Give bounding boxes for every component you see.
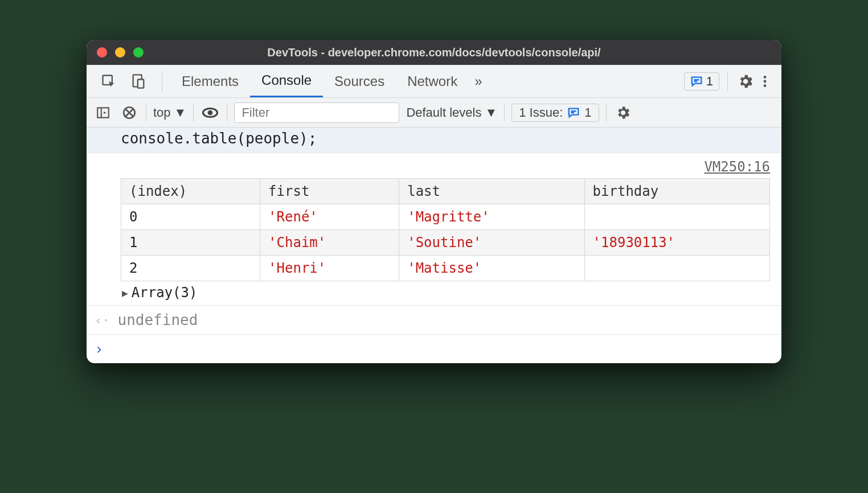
cell-index: 0 xyxy=(121,204,260,230)
divider xyxy=(504,104,505,122)
col-first[interactable]: first xyxy=(260,179,399,204)
svg-point-3 xyxy=(764,76,767,79)
console-table: (index) first last birthday 0 'René' 'Ma… xyxy=(121,178,770,281)
issues-badge[interactable]: 1 Issue: 1 xyxy=(511,104,599,122)
svg-rect-6 xyxy=(97,108,109,117)
levels-label: Default levels xyxy=(406,105,481,120)
svg-point-4 xyxy=(764,80,767,83)
device-toolbar-icon[interactable] xyxy=(129,72,148,91)
tab-network[interactable]: Network xyxy=(396,65,469,97)
table-header-row: (index) first last birthday xyxy=(121,179,770,204)
zoom-window-button[interactable] xyxy=(133,47,144,57)
issues-count: 1 xyxy=(584,105,591,120)
sidebar-toggle-icon[interactable] xyxy=(93,103,113,122)
minimize-window-button[interactable] xyxy=(115,47,125,57)
cell-birthday xyxy=(584,204,769,230)
tab-elements[interactable]: Elements xyxy=(170,65,250,97)
execution-context-selector[interactable]: top ▼ xyxy=(153,105,186,120)
console-return-row: ‹· undefined xyxy=(87,306,781,335)
messages-count: 1 xyxy=(706,74,713,89)
issues-label: 1 Issue: xyxy=(519,105,563,120)
live-expression-icon[interactable] xyxy=(200,103,220,122)
return-value: undefined xyxy=(118,311,198,328)
clear-console-icon[interactable] xyxy=(120,103,139,122)
kebab-menu-icon[interactable] xyxy=(755,72,775,91)
cell-index: 1 xyxy=(121,230,260,256)
close-window-button[interactable] xyxy=(97,47,107,57)
return-arrow-icon: ‹· xyxy=(95,313,110,327)
console-output: VM250:16 (index) first last birthday 0 '… xyxy=(87,153,781,306)
cell-last: 'Matisse' xyxy=(399,256,584,281)
cell-birthday xyxy=(584,256,769,281)
table-row: 0 'René' 'Magritte' xyxy=(121,204,770,230)
console-settings-icon[interactable] xyxy=(613,103,633,122)
col-index[interactable]: (index) xyxy=(121,179,260,204)
console-input-echo: console.table(people); xyxy=(87,128,781,153)
cell-first: 'Henri' xyxy=(260,256,399,281)
traffic-lights xyxy=(97,47,144,57)
console-prompt[interactable]: › xyxy=(87,335,781,363)
chevron-down-icon: ▼ xyxy=(485,105,497,120)
window-titlebar: DevTools - developer.chrome.com/docs/dev… xyxy=(87,40,781,65)
cell-last: 'Magritte' xyxy=(399,204,584,230)
prompt-chevron-icon: › xyxy=(95,340,104,358)
cell-index: 2 xyxy=(121,256,260,281)
triangle-right-icon: ▶ xyxy=(122,287,128,299)
table-row: 1 'Chaim' 'Soutine' '18930113' xyxy=(121,230,770,256)
svg-point-9 xyxy=(208,110,213,115)
divider xyxy=(227,104,227,122)
col-last[interactable]: last xyxy=(399,179,584,204)
cell-first: 'René' xyxy=(260,204,399,230)
tab-sources[interactable]: Sources xyxy=(323,65,396,97)
svg-rect-2 xyxy=(138,79,144,88)
array-expander[interactable]: ▶ Array(3) xyxy=(121,281,770,302)
divider xyxy=(146,104,146,122)
divider xyxy=(727,71,728,92)
inspect-element-icon[interactable] xyxy=(99,72,118,91)
console-toolbar: top ▼ Filter Default levels ▼ 1 Issue: 1 xyxy=(87,98,781,128)
cell-last: 'Soutine' xyxy=(399,230,584,256)
message-icon xyxy=(567,106,580,119)
filter-placeholder: Filter xyxy=(241,105,269,120)
divider xyxy=(162,71,162,92)
table-row: 2 'Henri' 'Matisse' xyxy=(121,256,770,281)
filter-input[interactable]: Filter xyxy=(234,102,399,123)
message-icon xyxy=(690,75,703,88)
tab-console[interactable]: Console xyxy=(250,65,323,97)
cell-birthday: '18930113' xyxy=(584,230,769,256)
log-levels-selector[interactable]: Default levels ▼ xyxy=(406,105,497,120)
console-messages-badge[interactable]: 1 xyxy=(684,72,719,91)
array-summary: Array(3) xyxy=(132,285,198,301)
devtools-tabstrip: Elements Console Sources Network » 1 xyxy=(87,65,781,98)
window-title: DevTools - developer.chrome.com/docs/dev… xyxy=(87,46,781,59)
divider xyxy=(606,104,607,122)
divider xyxy=(193,104,194,122)
cell-first: 'Chaim' xyxy=(260,230,399,256)
col-birthday[interactable]: birthday xyxy=(584,179,769,204)
settings-icon[interactable] xyxy=(736,72,755,91)
svg-point-5 xyxy=(764,84,767,87)
chevron-down-icon: ▼ xyxy=(174,105,187,120)
context-label: top xyxy=(153,105,171,120)
tabs-overflow[interactable]: » xyxy=(469,65,488,97)
source-link[interactable]: VM250:16 xyxy=(121,159,770,175)
devtools-window: DevTools - developer.chrome.com/docs/dev… xyxy=(87,40,781,363)
